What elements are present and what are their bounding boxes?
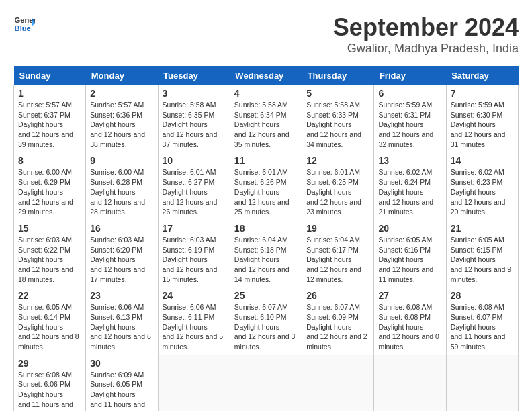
day-info: Sunrise: 6:00 AMSunset: 6:29 PMDaylight …	[18, 168, 73, 216]
day-info: Sunrise: 6:08 AMSunset: 6:07 PMDaylight …	[451, 303, 506, 351]
day-info: Sunrise: 5:57 AMSunset: 6:36 PMDaylight …	[90, 101, 145, 148]
table-row: 12 Sunrise: 6:01 AMSunset: 6:25 PMDaylig…	[302, 152, 374, 220]
day-info: Sunrise: 6:05 AMSunset: 6:16 PMDaylight …	[378, 236, 433, 283]
day-number: 17	[163, 223, 226, 234]
day-number: 28	[451, 290, 514, 301]
svg-text:Blue: Blue	[15, 24, 31, 32]
day-number: 9	[90, 155, 153, 166]
day-info: Sunrise: 6:07 AMSunset: 6:10 PMDaylight …	[234, 303, 296, 351]
table-row: 5 Sunrise: 5:58 AMSunset: 6:33 PMDayligh…	[302, 85, 374, 152]
day-number: 11	[234, 155, 298, 166]
table-row: 24 Sunrise: 6:06 AMSunset: 6:11 PMDaylig…	[158, 287, 230, 355]
day-number: 8	[18, 155, 81, 166]
day-info: Sunrise: 6:06 AMSunset: 6:11 PMDaylight …	[163, 303, 224, 351]
day-info: Sunrise: 6:01 AMSunset: 6:25 PMDaylight …	[306, 168, 361, 216]
day-number: 7	[451, 88, 514, 99]
header-sunday: Sunday	[14, 66, 86, 85]
day-number: 4	[234, 88, 298, 99]
calendar-title: September 2024	[333, 13, 519, 42]
day-number: 1	[18, 88, 81, 99]
table-row: 2 Sunrise: 5:57 AMSunset: 6:36 PMDayligh…	[86, 85, 158, 152]
table-row	[158, 355, 230, 411]
table-row: 25 Sunrise: 6:07 AMSunset: 6:10 PMDaylig…	[230, 287, 302, 355]
calendar-subtitle: Gwalior, Madhya Pradesh, India	[333, 42, 519, 56]
table-row: 8 Sunrise: 6:00 AMSunset: 6:29 PMDayligh…	[14, 152, 86, 220]
day-number: 2	[90, 88, 153, 99]
table-row: 26 Sunrise: 6:07 AMSunset: 6:09 PMDaylig…	[302, 287, 374, 355]
table-row: 9 Sunrise: 6:00 AMSunset: 6:28 PMDayligh…	[86, 152, 158, 220]
day-info: Sunrise: 6:04 AMSunset: 6:18 PMDaylight …	[234, 236, 290, 283]
logo: General Blue	[13, 13, 35, 35]
day-number: 15	[18, 223, 81, 234]
day-info: Sunrise: 6:03 AMSunset: 6:19 PMDaylight …	[163, 236, 218, 283]
table-row: 27 Sunrise: 6:08 AMSunset: 6:08 PMDaylig…	[374, 287, 446, 355]
calendar-table: Sunday Monday Tuesday Wednesday Thursday…	[13, 66, 519, 411]
day-info: Sunrise: 6:07 AMSunset: 6:09 PMDaylight …	[306, 303, 367, 351]
day-number: 26	[306, 290, 369, 301]
table-row: 4 Sunrise: 5:58 AMSunset: 6:34 PMDayligh…	[230, 85, 302, 152]
calendar-row: 8 Sunrise: 6:00 AMSunset: 6:29 PMDayligh…	[14, 152, 519, 220]
day-number: 22	[18, 290, 81, 301]
day-number: 14	[451, 155, 514, 166]
table-row: 7 Sunrise: 5:59 AMSunset: 6:30 PMDayligh…	[446, 85, 518, 152]
header-monday: Monday	[86, 66, 158, 85]
table-row: 19 Sunrise: 6:04 AMSunset: 6:17 PMDaylig…	[302, 220, 374, 287]
day-number: 18	[234, 223, 298, 234]
day-info: Sunrise: 6:01 AMSunset: 6:27 PMDaylight …	[163, 168, 218, 216]
day-info: Sunrise: 6:02 AMSunset: 6:24 PMDaylight …	[378, 168, 433, 216]
calendar-row: 22 Sunrise: 6:05 AMSunset: 6:14 PMDaylig…	[14, 287, 519, 355]
header-friday: Friday	[374, 66, 446, 85]
day-info: Sunrise: 6:01 AMSunset: 6:26 PMDaylight …	[234, 168, 290, 216]
day-info: Sunrise: 5:59 AMSunset: 6:31 PMDaylight …	[378, 101, 433, 148]
table-row: 21 Sunrise: 6:05 AMSunset: 6:15 PMDaylig…	[446, 220, 518, 287]
table-row: 3 Sunrise: 5:58 AMSunset: 6:35 PMDayligh…	[158, 85, 230, 152]
table-row: 10 Sunrise: 6:01 AMSunset: 6:27 PMDaylig…	[158, 152, 230, 220]
day-number: 20	[378, 223, 441, 234]
page-header: General Blue September 2024 Gwalior, Mad…	[13, 13, 519, 56]
table-row	[374, 355, 446, 411]
header-thursday: Thursday	[302, 66, 374, 85]
table-row: 13 Sunrise: 6:02 AMSunset: 6:24 PMDaylig…	[374, 152, 446, 220]
day-info: Sunrise: 5:58 AMSunset: 6:34 PMDaylight …	[234, 101, 290, 148]
header-saturday: Saturday	[446, 66, 518, 85]
table-row	[446, 355, 518, 411]
title-section: September 2024 Gwalior, Madhya Pradesh, …	[333, 13, 519, 56]
day-number: 10	[163, 155, 226, 166]
table-row: 14 Sunrise: 6:02 AMSunset: 6:23 PMDaylig…	[446, 152, 518, 220]
day-info: Sunrise: 6:02 AMSunset: 6:23 PMDaylight …	[451, 168, 506, 216]
header-tuesday: Tuesday	[158, 66, 230, 85]
day-number: 6	[378, 88, 441, 99]
day-info: Sunrise: 6:04 AMSunset: 6:17 PMDaylight …	[306, 236, 361, 283]
table-row	[302, 355, 374, 411]
table-row: 6 Sunrise: 5:59 AMSunset: 6:31 PMDayligh…	[374, 85, 446, 152]
table-row: 15 Sunrise: 6:03 AMSunset: 6:22 PMDaylig…	[14, 220, 86, 287]
table-row: 1 Sunrise: 5:57 AMSunset: 6:37 PMDayligh…	[14, 85, 86, 152]
day-info: Sunrise: 6:08 AMSunset: 6:08 PMDaylight …	[378, 303, 439, 351]
table-row: 16 Sunrise: 6:03 AMSunset: 6:20 PMDaylig…	[86, 220, 158, 287]
day-number: 24	[163, 290, 226, 301]
day-info: Sunrise: 6:03 AMSunset: 6:22 PMDaylight …	[18, 236, 73, 283]
day-number: 30	[90, 358, 153, 369]
day-info: Sunrise: 5:57 AMSunset: 6:37 PMDaylight …	[18, 101, 73, 148]
table-row	[230, 355, 302, 411]
table-row: 18 Sunrise: 6:04 AMSunset: 6:18 PMDaylig…	[230, 220, 302, 287]
day-info: Sunrise: 6:08 AMSunset: 6:06 PMDaylight …	[18, 371, 73, 411]
day-number: 19	[306, 223, 369, 234]
table-row: 28 Sunrise: 6:08 AMSunset: 6:07 PMDaylig…	[446, 287, 518, 355]
day-info: Sunrise: 6:09 AMSunset: 6:05 PMDaylight …	[90, 371, 145, 411]
table-row: 20 Sunrise: 6:05 AMSunset: 6:16 PMDaylig…	[374, 220, 446, 287]
day-info: Sunrise: 6:03 AMSunset: 6:20 PMDaylight …	[90, 236, 145, 283]
day-info: Sunrise: 6:06 AMSunset: 6:13 PMDaylight …	[90, 303, 151, 351]
day-number: 12	[306, 155, 369, 166]
day-number: 23	[90, 290, 153, 301]
table-row: 30 Sunrise: 6:09 AMSunset: 6:05 PMDaylig…	[86, 355, 158, 411]
day-info: Sunrise: 6:05 AMSunset: 6:14 PMDaylight …	[18, 303, 79, 351]
header-wednesday: Wednesday	[230, 66, 302, 85]
day-info: Sunrise: 5:59 AMSunset: 6:30 PMDaylight …	[451, 101, 506, 148]
day-info: Sunrise: 5:58 AMSunset: 6:35 PMDaylight …	[163, 101, 218, 148]
day-number: 21	[451, 223, 514, 234]
day-number: 29	[18, 358, 81, 369]
day-info: Sunrise: 6:00 AMSunset: 6:28 PMDaylight …	[90, 168, 145, 216]
day-number: 27	[378, 290, 441, 301]
day-number: 5	[306, 88, 369, 99]
